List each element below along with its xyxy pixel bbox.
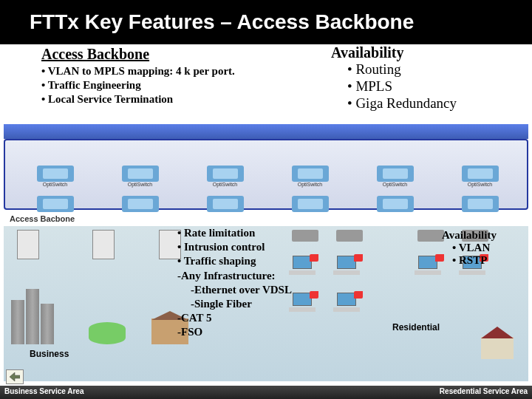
concentrator-node [37, 196, 74, 212]
business-service-area-label: Business Service Area [0, 386, 266, 399]
cf-2: • Intrusion control [177, 240, 344, 254]
top-content: Access Backbone • VLAN to MPLS mapping: … [0, 44, 532, 124]
cabinet-icon [17, 230, 39, 259]
backbone-banner: OptiSwitch OptiSwitch OptiSwitch OptiSwi… [4, 124, 528, 225]
concentrator-node [462, 196, 499, 212]
residential-service-area-label: Resedential Service Area [266, 386, 532, 399]
title-bar: FTTx Key Features – Access Backbone [0, 0, 532, 44]
cf-7: -CAT 5 [177, 311, 344, 325]
cf-5: -Ethernet over VDSL [177, 283, 344, 297]
cf-1: • Rate limitation [177, 226, 344, 240]
optiswitch-node: OptiSwitch [122, 166, 159, 187]
ab-bullet-1: • VLAN to MPLS mapping: 4 k per port. [41, 64, 322, 78]
center-feature-list: • Rate limitation • Intrusion control • … [177, 226, 344, 340]
concentrator-node [207, 196, 244, 212]
slide-title: FTTx Key Features – Access Backbone [30, 10, 414, 34]
campus-icon [89, 322, 126, 344]
cabinet-icon [92, 230, 115, 259]
concentrator-node [122, 196, 159, 212]
media-converter-icon [417, 230, 444, 242]
availability-top-heading: Availability [331, 44, 523, 61]
avr-b1: • VLAN [442, 242, 531, 254]
ab-bullet-3: • Local Service Termination [41, 92, 322, 106]
back-button[interactable] [6, 369, 24, 384]
availability-top-block: Availability • Routing • MPLS • Giga Red… [331, 44, 523, 112]
buildings-icon [11, 293, 55, 344]
optiswitch-node: OptiSwitch [377, 166, 414, 187]
ab-bullet-2: • Traffic Engineering [41, 78, 322, 92]
back-arrow-icon [10, 372, 20, 381]
device-row-1: OptiSwitch OptiSwitch OptiSwitch OptiSwi… [13, 163, 522, 189]
avt-bullet-2: • MPLS [331, 78, 523, 95]
cf-8: -FSO [177, 325, 344, 339]
availability-right-block: Availability • VLAN • RSTP [442, 229, 531, 267]
banner-top-strip [4, 124, 528, 139]
concentrator-node [377, 196, 414, 212]
access-backbone-block: Access Backbone • VLAN to MPLS mapping: … [41, 46, 322, 106]
avr-b2: • RSTP [442, 254, 531, 267]
access-backbone-label: Access Bacbone [10, 214, 75, 223]
optiswitch-node: OptiSwitch [292, 166, 329, 187]
optiswitch-node: OptiSwitch [462, 166, 499, 187]
optiswitch-node: OptiSwitch [207, 166, 244, 187]
banner-body: OptiSwitch OptiSwitch OptiSwitch OptiSwi… [4, 139, 528, 210]
concentrator-node [292, 196, 329, 212]
avr-heading: Availability [442, 229, 531, 242]
cf-6: -Single Fiber [177, 297, 344, 311]
residential-label: Residential [392, 322, 440, 332]
avt-bullet-1: • Routing [331, 61, 523, 78]
service-area-footer: Business Service Area Resedential Servic… [0, 386, 532, 399]
cf-3: • Traffic shaping [177, 254, 344, 268]
business-label: Business [30, 349, 69, 359]
avt-bullet-3: • Giga Redundancy [331, 95, 523, 112]
access-backbone-heading: Access Backbone [41, 46, 322, 63]
cf-4: -Any Infrastructure: [177, 269, 344, 283]
house-icon [481, 337, 514, 359]
device-row-2 [13, 192, 522, 216]
optiswitch-node: OptiSwitch [37, 166, 74, 187]
user-pc-icon [415, 256, 441, 275]
